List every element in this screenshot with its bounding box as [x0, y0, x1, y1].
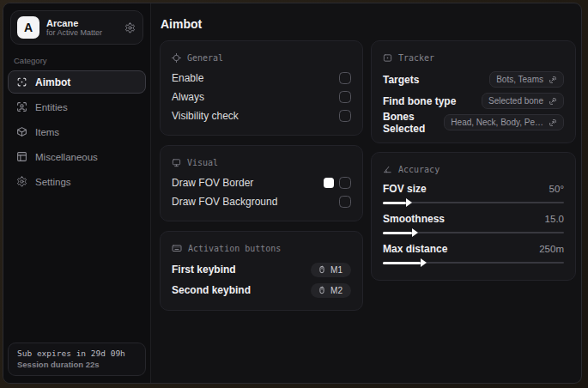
visibility-check-checkbox[interactable] [339, 110, 351, 122]
slider-value: 15.0 [545, 214, 564, 224]
setting-label: Find bone type [383, 95, 456, 107]
setting-row: Enable [172, 69, 351, 88]
sub-expires-text: Sub expires in 29d 09h [17, 349, 136, 358]
setting-row: Targets Bots, Teams [383, 69, 564, 90]
sidebar-item-aimbot[interactable]: Aimbot [8, 70, 146, 94]
setting-label: Bones Selected [383, 111, 444, 135]
setting-label: Draw FOV Background [172, 196, 277, 208]
sidebar-item-settings[interactable]: Settings [8, 170, 146, 193]
keybind-row: First keybind M1 [172, 259, 351, 280]
category-nav: Aimbot Entities Items Miscellaneous [3, 70, 150, 193]
setting-row: Bones Selected Head, Neck, Body, Pe… [383, 112, 564, 133]
enable-checkbox[interactable] [339, 72, 351, 84]
section-title: Visual [187, 158, 218, 167]
target-frame-icon [383, 53, 392, 63]
setting-label: Visibility check [172, 110, 239, 122]
sidebar-item-label: Aimbot [35, 76, 70, 88]
gear-icon[interactable] [124, 22, 136, 33]
person-scan-icon [16, 101, 27, 112]
dropdown-value: Selected bone [488, 96, 543, 106]
slider-thumb[interactable] [421, 258, 427, 267]
targets-dropdown[interactable]: Bots, Teams [489, 71, 564, 88]
slider-label: FOV size [383, 183, 427, 195]
sidebar-item-miscellaneous[interactable]: Miscellaneous [8, 145, 146, 168]
keybind-value: M1 [330, 265, 342, 275]
setting-label: Draw FOV Border [172, 177, 253, 189]
slider-value: 250m [539, 244, 564, 254]
section-title: Tracker [398, 53, 434, 63]
angle-icon [383, 165, 392, 174]
session-duration-text: Session duration 22s [17, 360, 136, 369]
keybind-value: M2 [330, 286, 342, 295]
smoothness-slider[interactable] [383, 232, 564, 233]
slider-thumb[interactable] [406, 198, 412, 207]
page-title: Aimbot [161, 17, 202, 31]
max-distance-slider-group: Max distance 250m [383, 240, 564, 264]
fov-border-color-swatch[interactable] [324, 178, 334, 188]
gear-icon [16, 176, 27, 187]
crosshair-scan-icon [16, 76, 27, 88]
sidebar-item-label: Items [35, 127, 59, 137]
activation-buttons-card: Activation buttons First keybind M1 Seco… [160, 231, 363, 311]
right-column: Tracker Targets Bots, Teams Find bone ty… [371, 40, 576, 281]
slider-thumb[interactable] [412, 228, 418, 237]
setting-label: Targets [383, 74, 419, 86]
section-title: General [187, 53, 223, 63]
sidebar-item-entities[interactable]: Entities [8, 95, 146, 118]
accuracy-card: Accuracy FOV size 50° Smoothne [371, 152, 576, 281]
slider-label: Max distance [383, 243, 447, 255]
visual-card: Visual Draw FOV Border Draw FOV Backgrou… [160, 145, 363, 221]
keyboard-icon [172, 243, 182, 253]
second-keybind-button[interactable]: M2 [311, 283, 351, 298]
setting-row: Find bone type Selected bone [383, 90, 564, 112]
slider-value: 50° [549, 184, 564, 194]
app-subtitle: for Active Matter [46, 28, 118, 37]
category-label: Category [14, 56, 150, 65]
expand-icon [549, 76, 557, 84]
setting-row: Visibility check [172, 106, 351, 125]
bones-selected-dropdown[interactable]: Head, Neck, Body, Pe… [444, 114, 564, 130]
setting-row: Draw FOV Border [172, 173, 351, 192]
smoothness-slider-group: Smoothness 15.0 [383, 210, 564, 233]
left-column: General Enable Always Visibility check [160, 40, 363, 311]
sidebar-item-label: Settings [35, 177, 71, 187]
general-card: General Enable Always Visibility check [160, 40, 363, 136]
keybind-row: Second keybind M2 [172, 280, 351, 300]
keybind-label: Second keybind [172, 284, 251, 296]
fov-size-slider[interactable] [383, 202, 564, 203]
setting-row: Always [172, 88, 351, 106]
draw-fov-background-checkbox[interactable] [339, 196, 351, 208]
first-keybind-button[interactable]: M1 [311, 263, 351, 277]
sidebar-item-items[interactable]: Items [8, 120, 146, 143]
dropdown-value: Head, Neck, Body, Pe… [451, 118, 543, 127]
max-distance-slider[interactable] [383, 262, 564, 264]
always-checkbox[interactable] [339, 91, 351, 103]
expand-icon [549, 97, 557, 106]
setting-label: Always [172, 91, 204, 103]
slider-label: Smoothness [383, 213, 445, 225]
find-bone-type-dropdown[interactable]: Selected bone [482, 93, 564, 109]
app-header: A Arcane for Active Matter [10, 10, 143, 45]
tracker-card: Tracker Targets Bots, Teams Find bone ty… [371, 40, 576, 143]
sidebar-item-label: Miscellaneous [35, 152, 98, 162]
app-window: A Arcane for Active Matter Category Aimb… [3, 3, 582, 384]
main-panel: Aimbot General Enable Always [151, 3, 581, 383]
layout-icon [16, 151, 27, 162]
monitor-icon [172, 158, 181, 167]
sidebar: A Arcane for Active Matter Category Aimb… [3, 3, 151, 383]
section-title: Activation buttons [188, 244, 281, 253]
subscription-info: Sub expires in 29d 09h Session duration … [8, 343, 146, 376]
app-logo: A [17, 16, 39, 39]
setting-label: Enable [172, 72, 203, 84]
app-name: Arcane [46, 18, 118, 29]
mouse-icon [318, 286, 326, 294]
section-title: Accuracy [398, 165, 439, 174]
keybind-label: First keybind [172, 264, 236, 276]
sidebar-item-label: Entities [35, 102, 68, 112]
crosshair-icon [172, 53, 181, 63]
draw-fov-border-checkbox[interactable] [339, 177, 351, 189]
dropdown-value: Bots, Teams [496, 75, 543, 84]
fov-size-slider-group: FOV size 50° [383, 180, 564, 203]
mouse-icon [318, 265, 326, 274]
expand-icon [549, 118, 557, 127]
